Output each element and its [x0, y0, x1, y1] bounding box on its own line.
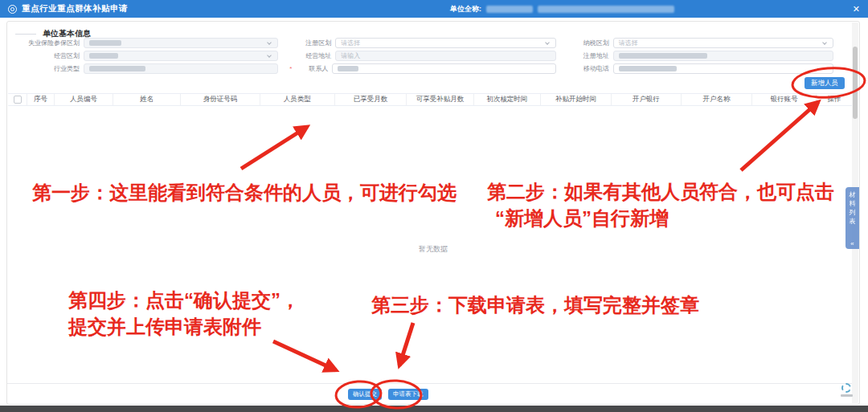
- scrollbar-thumb[interactable]: [853, 47, 858, 119]
- side-tab-char: 列: [845, 208, 859, 217]
- service-label-redacted: [841, 394, 853, 397]
- redacted-value: [338, 66, 358, 71]
- column-header: 补贴开始时间: [541, 94, 612, 105]
- field-operation-address: 经营地址 请输入: [289, 51, 567, 61]
- registration-address-input[interactable]: [613, 51, 833, 61]
- field-label: 注册区划: [289, 39, 331, 47]
- unit-info-form: 失业保险参保区划 注册区划 请选择 纳税区划 请选择: [12, 38, 845, 74]
- column-header: 人员类型: [260, 94, 336, 105]
- input-placeholder: 请输入: [341, 51, 360, 60]
- operation-district-select[interactable]: [84, 51, 278, 61]
- registration-district-select[interactable]: 请选择: [335, 38, 555, 48]
- select-placeholder: 请选择: [619, 39, 638, 47]
- main-panel: 单位基本信息 失业保险参保区划 注册区划 请选择 纳税区划: [6, 21, 860, 405]
- redacted-value: [89, 53, 118, 59]
- unemployment-district-select[interactable]: [84, 38, 278, 48]
- field-label: 联系人: [293, 64, 328, 73]
- mobile-phone-input[interactable]: [613, 63, 833, 74]
- field-label: 经营地址: [289, 51, 331, 60]
- redacted-value: [619, 53, 707, 59]
- column-header: 开户银行: [612, 94, 681, 105]
- title-bar: 重点行业重点群体补贴申请 单位全称: ✕: [0, 0, 868, 18]
- field-registration-address: 注册地址: [567, 51, 845, 61]
- unit-fullname-area: 单位全称:: [450, 0, 674, 18]
- redacted-value: [89, 66, 145, 71]
- side-tab-char: 材: [845, 190, 859, 199]
- unit-fullname-redacted: [538, 6, 674, 13]
- floating-service-badge[interactable]: [837, 383, 855, 397]
- app-logo-icon: [8, 5, 17, 14]
- field-tax-district: 纳税区划 请选择: [567, 38, 845, 48]
- table-header-checkbox-cell: [8, 94, 27, 105]
- chevron-down-icon: [267, 40, 272, 45]
- footer-bar: 确认提交 申请表下载: [7, 383, 852, 404]
- app-window: 重点行业重点群体补贴申请 单位全称: ✕ 单位基本信息 失业保险参保区划 注册区…: [0, 0, 868, 412]
- select-all-checkbox[interactable]: [14, 96, 22, 104]
- material-list-side-tab[interactable]: 材 料 列 表 «: [845, 187, 859, 249]
- service-circle-icon: [841, 383, 851, 393]
- column-header: 姓名: [113, 94, 181, 105]
- column-header: 可享受补贴月数: [407, 94, 474, 105]
- industry-type-input[interactable]: [84, 63, 278, 74]
- column-header: 序号: [27, 94, 55, 105]
- field-mobile-phone: 移动电话: [567, 63, 845, 74]
- field-operation-district: 经营区划: [12, 51, 289, 61]
- download-application-form-button[interactable]: 申请表下载: [388, 389, 428, 400]
- table-header-row: 序号 人员编号 姓名 身份证号码 人员类型 已享受月数 可享受补贴月数 初次核定…: [8, 93, 852, 106]
- field-industry-type: 行业类型: [12, 63, 289, 74]
- column-header: 操作: [817, 94, 852, 105]
- redacted-value: [619, 66, 677, 71]
- column-header: 人员编号: [55, 94, 113, 105]
- redacted-value: [89, 40, 121, 46]
- side-tab-char: 表: [845, 217, 859, 226]
- field-label: 行业类型: [12, 64, 80, 73]
- confirm-submit-button[interactable]: 确认提交: [348, 389, 382, 400]
- empty-table-text: 暂无数据: [7, 244, 859, 255]
- select-placeholder: 请选择: [341, 39, 360, 47]
- column-header: 初次核定时间: [474, 94, 540, 105]
- footer-buttons: 确认提交 申请表下载: [348, 389, 428, 400]
- add-person-button[interactable]: 新增人员: [805, 77, 845, 89]
- chevron-down-icon: [822, 40, 827, 45]
- side-tab-char: 料: [845, 199, 859, 208]
- chevron-down-icon: [267, 53, 272, 58]
- field-contact-person: * 联系人: [289, 63, 567, 74]
- field-label: 移动电话: [567, 64, 609, 73]
- unit-fullname-redacted: [486, 6, 533, 13]
- unit-fullname-label: 单位全称:: [450, 4, 481, 14]
- field-label: 失业保险参保区划: [12, 39, 80, 47]
- field-unemployment-insurance-district: 失业保险参保区划: [12, 38, 289, 48]
- column-header: 银行账号: [752, 94, 817, 105]
- tax-district-select[interactable]: 请选择: [613, 38, 833, 48]
- field-label: 纳税区划: [567, 39, 609, 47]
- column-header: 开户名称: [682, 94, 753, 105]
- close-icon[interactable]: ✕: [853, 0, 860, 18]
- column-header: 已享受月数: [335, 94, 407, 105]
- chevron-down-icon: [545, 40, 550, 45]
- required-marker: *: [289, 65, 292, 72]
- field-label: 经营区划: [12, 51, 80, 60]
- field-registration-district: 注册区划 请选择: [289, 38, 567, 48]
- column-header: 身份证号码: [181, 94, 260, 105]
- expand-left-icon: «: [845, 240, 859, 247]
- operation-address-input[interactable]: 请输入: [335, 51, 555, 61]
- contact-person-input[interactable]: [332, 63, 555, 74]
- field-label: 注册地址: [567, 51, 609, 60]
- bottom-edge-strip: [0, 406, 868, 412]
- page-title: 重点行业重点群体补贴申请: [22, 3, 128, 14]
- section-divider: [15, 34, 36, 35]
